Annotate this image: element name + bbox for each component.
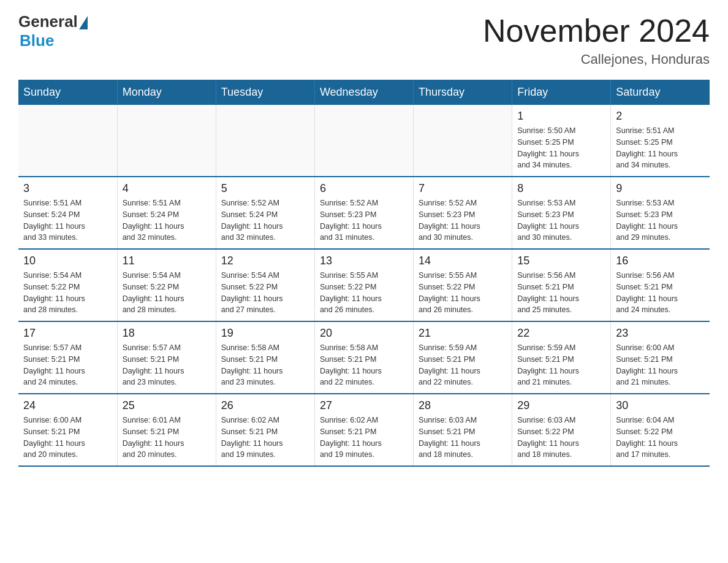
day-number: 11: [123, 255, 211, 267]
day-info: Sunrise: 5:51 AM Sunset: 5:24 PM Dayligh…: [123, 197, 211, 243]
day-info: Sunrise: 5:58 AM Sunset: 5:21 PM Dayligh…: [320, 342, 408, 388]
calendar-cell: 2Sunrise: 5:51 AM Sunset: 5:25 PM Daylig…: [611, 105, 710, 177]
location-subtitle: Callejones, Honduras: [483, 52, 710, 67]
calendar-cell: 23Sunrise: 6:00 AM Sunset: 5:21 PM Dayli…: [611, 321, 710, 394]
calendar-cell: 24Sunrise: 6:00 AM Sunset: 5:21 PM Dayli…: [18, 394, 117, 466]
calendar-cell: 6Sunrise: 5:52 AM Sunset: 5:23 PM Daylig…: [314, 177, 413, 249]
day-info: Sunrise: 5:54 AM Sunset: 5:22 PM Dayligh…: [123, 270, 211, 316]
calendar-header: SundayMondayTuesdayWednesdayThursdayFrid…: [18, 80, 710, 105]
header-row: SundayMondayTuesdayWednesdayThursdayFrid…: [18, 80, 710, 105]
day-number: 10: [23, 255, 112, 267]
header-cell-monday: Monday: [117, 80, 216, 105]
day-info: Sunrise: 6:03 AM Sunset: 5:22 PM Dayligh…: [517, 415, 605, 461]
calendar-cell: 20Sunrise: 5:58 AM Sunset: 5:21 PM Dayli…: [314, 321, 413, 394]
day-info: Sunrise: 5:59 AM Sunset: 5:21 PM Dayligh…: [517, 342, 605, 388]
day-info: Sunrise: 5:55 AM Sunset: 5:22 PM Dayligh…: [320, 270, 408, 316]
logo: General Blue: [18, 12, 88, 50]
calendar-cell: 22Sunrise: 5:59 AM Sunset: 5:21 PM Dayli…: [512, 321, 611, 394]
day-number: 12: [221, 255, 309, 267]
calendar-cell: 26Sunrise: 6:02 AM Sunset: 5:21 PM Dayli…: [216, 394, 314, 466]
day-info: Sunrise: 5:52 AM Sunset: 5:23 PM Dayligh…: [419, 197, 507, 243]
calendar-cell: [414, 105, 512, 177]
day-info: Sunrise: 6:04 AM Sunset: 5:22 PM Dayligh…: [616, 415, 705, 461]
day-info: Sunrise: 6:00 AM Sunset: 5:21 PM Dayligh…: [616, 342, 705, 388]
day-number: 5: [221, 182, 309, 195]
calendar-body: 1Sunrise: 5:50 AM Sunset: 5:25 PM Daylig…: [18, 105, 710, 466]
day-number: 17: [23, 327, 112, 340]
day-number: 14: [419, 255, 507, 267]
header-cell-friday: Friday: [512, 80, 611, 105]
day-number: 19: [221, 327, 309, 340]
week-row-3: 10Sunrise: 5:54 AM Sunset: 5:22 PM Dayli…: [18, 249, 710, 321]
calendar-cell: 15Sunrise: 5:56 AM Sunset: 5:21 PM Dayli…: [512, 249, 611, 321]
day-number: 7: [419, 182, 507, 195]
day-info: Sunrise: 6:02 AM Sunset: 5:21 PM Dayligh…: [221, 415, 309, 461]
calendar-cell: 29Sunrise: 6:03 AM Sunset: 5:22 PM Dayli…: [512, 394, 611, 466]
calendar-cell: [216, 105, 314, 177]
day-info: Sunrise: 5:58 AM Sunset: 5:21 PM Dayligh…: [221, 342, 309, 388]
calendar-cell: 18Sunrise: 5:57 AM Sunset: 5:21 PM Dayli…: [117, 321, 216, 394]
calendar-cell: 3Sunrise: 5:51 AM Sunset: 5:24 PM Daylig…: [18, 177, 117, 249]
week-row-2: 3Sunrise: 5:51 AM Sunset: 5:24 PM Daylig…: [18, 177, 710, 249]
day-number: 18: [123, 327, 211, 340]
calendar-table: SundayMondayTuesdayWednesdayThursdayFrid…: [18, 80, 710, 467]
day-info: Sunrise: 5:55 AM Sunset: 5:22 PM Dayligh…: [419, 270, 507, 316]
day-number: 3: [23, 182, 112, 195]
logo-triangle-icon: [79, 16, 88, 29]
header-cell-thursday: Thursday: [414, 80, 512, 105]
header-cell-tuesday: Tuesday: [216, 80, 314, 105]
day-number: 6: [320, 182, 408, 195]
calendar-cell: 27Sunrise: 6:02 AM Sunset: 5:21 PM Dayli…: [314, 394, 413, 466]
day-info: Sunrise: 5:53 AM Sunset: 5:23 PM Dayligh…: [517, 197, 605, 243]
day-info: Sunrise: 5:57 AM Sunset: 5:21 PM Dayligh…: [123, 342, 211, 388]
day-number: 9: [616, 182, 705, 195]
calendar-cell: 28Sunrise: 6:03 AM Sunset: 5:21 PM Dayli…: [414, 394, 512, 466]
header-cell-wednesday: Wednesday: [314, 80, 413, 105]
day-info: Sunrise: 5:50 AM Sunset: 5:25 PM Dayligh…: [517, 125, 605, 171]
calendar-cell: [18, 105, 117, 177]
calendar-cell: 21Sunrise: 5:59 AM Sunset: 5:21 PM Dayli…: [414, 321, 512, 394]
calendar-cell: 7Sunrise: 5:52 AM Sunset: 5:23 PM Daylig…: [414, 177, 512, 249]
logo-general-text: General: [18, 12, 78, 31]
day-info: Sunrise: 5:54 AM Sunset: 5:22 PM Dayligh…: [221, 270, 309, 316]
calendar-cell: 13Sunrise: 5:55 AM Sunset: 5:22 PM Dayli…: [314, 249, 413, 321]
day-number: 27: [320, 399, 408, 412]
day-number: 23: [616, 327, 705, 340]
day-info: Sunrise: 5:54 AM Sunset: 5:22 PM Dayligh…: [23, 270, 112, 316]
day-info: Sunrise: 6:00 AM Sunset: 5:21 PM Dayligh…: [23, 415, 112, 461]
calendar-cell: 16Sunrise: 5:56 AM Sunset: 5:21 PM Dayli…: [611, 249, 710, 321]
day-info: Sunrise: 6:01 AM Sunset: 5:21 PM Dayligh…: [123, 415, 211, 461]
page-header: General Blue November 2024 Callejones, H…: [18, 12, 710, 67]
day-number: 26: [221, 399, 309, 412]
day-info: Sunrise: 6:02 AM Sunset: 5:21 PM Dayligh…: [320, 415, 408, 461]
day-number: 4: [123, 182, 211, 195]
calendar-cell: 25Sunrise: 6:01 AM Sunset: 5:21 PM Dayli…: [117, 394, 216, 466]
calendar-cell: 12Sunrise: 5:54 AM Sunset: 5:22 PM Dayli…: [216, 249, 314, 321]
day-info: Sunrise: 5:51 AM Sunset: 5:25 PM Dayligh…: [616, 125, 705, 171]
day-info: Sunrise: 5:57 AM Sunset: 5:21 PM Dayligh…: [23, 342, 112, 388]
title-section: November 2024 Callejones, Honduras: [483, 12, 710, 67]
day-info: Sunrise: 6:03 AM Sunset: 5:21 PM Dayligh…: [419, 415, 507, 461]
calendar-cell: 5Sunrise: 5:52 AM Sunset: 5:24 PM Daylig…: [216, 177, 314, 249]
day-info: Sunrise: 5:52 AM Sunset: 5:24 PM Dayligh…: [221, 197, 309, 243]
calendar-cell: 9Sunrise: 5:53 AM Sunset: 5:23 PM Daylig…: [611, 177, 710, 249]
week-row-4: 17Sunrise: 5:57 AM Sunset: 5:21 PM Dayli…: [18, 321, 710, 394]
day-number: 29: [517, 399, 605, 412]
day-number: 1: [517, 110, 605, 123]
day-number: 8: [517, 182, 605, 195]
day-number: 20: [320, 327, 408, 340]
calendar-cell: [314, 105, 413, 177]
week-row-5: 24Sunrise: 6:00 AM Sunset: 5:21 PM Dayli…: [18, 394, 710, 466]
day-info: Sunrise: 5:56 AM Sunset: 5:21 PM Dayligh…: [616, 270, 705, 316]
calendar-cell: 8Sunrise: 5:53 AM Sunset: 5:23 PM Daylig…: [512, 177, 611, 249]
calendar-cell: 10Sunrise: 5:54 AM Sunset: 5:22 PM Dayli…: [18, 249, 117, 321]
calendar-cell: 11Sunrise: 5:54 AM Sunset: 5:22 PM Dayli…: [117, 249, 216, 321]
calendar-cell: 19Sunrise: 5:58 AM Sunset: 5:21 PM Dayli…: [216, 321, 314, 394]
calendar-cell: [117, 105, 216, 177]
day-info: Sunrise: 5:53 AM Sunset: 5:23 PM Dayligh…: [616, 197, 705, 243]
day-number: 15: [517, 255, 605, 267]
day-number: 16: [616, 255, 705, 267]
day-number: 25: [123, 399, 211, 412]
calendar-cell: 17Sunrise: 5:57 AM Sunset: 5:21 PM Dayli…: [18, 321, 117, 394]
day-info: Sunrise: 5:59 AM Sunset: 5:21 PM Dayligh…: [419, 342, 507, 388]
